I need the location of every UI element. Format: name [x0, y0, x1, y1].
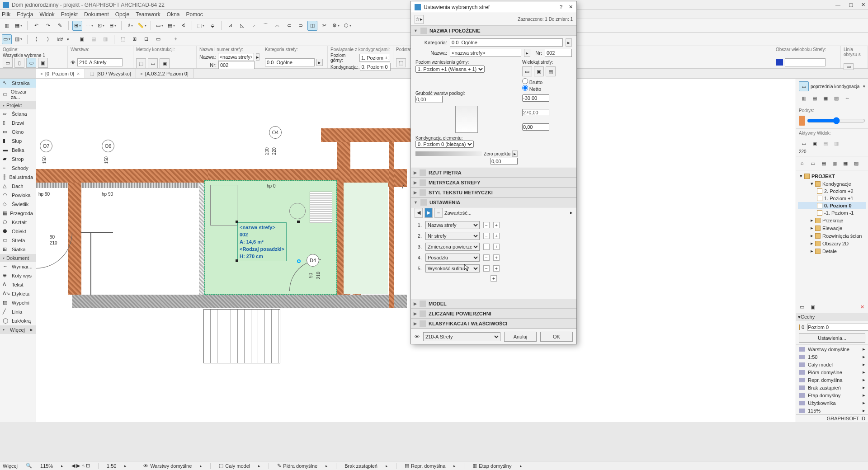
sb-stage[interactable]: ▥ Etap domyślny [472, 463, 511, 469]
cancel-button[interactable]: Anuluj [504, 332, 537, 342]
plus-icon[interactable]: + [493, 265, 500, 272]
tool-persp-icon[interactable]: ⬙ [208, 21, 217, 31]
section-metric[interactable]: ▶METRYCZKA STREFY [411, 178, 576, 188]
rp-t4-icon[interactable]: ▧ [831, 93, 841, 103]
dlg-cat-more-icon[interactable]: ▸ [566, 38, 572, 47]
tool-pick-icon[interactable]: ✎ [55, 21, 65, 31]
tree-rozwiniecia[interactable]: ▸Rozwinięcia ścian [798, 232, 866, 240]
props-row-input[interactable] [807, 324, 868, 331]
tb2-f4-icon[interactable]: ▭ [153, 34, 163, 44]
ib-btn4-icon[interactable]: ▣ [38, 58, 48, 68]
sel-handle[interactable] [236, 221, 238, 223]
footer-layer-select[interactable]: 210-A Strefy [423, 332, 500, 341]
dialog-titlebar[interactable]: Ustawienia wybranych stref ? ✕ [411, 1, 576, 13]
tool-roof[interactable]: △Dach [0, 182, 36, 191]
content-next-icon[interactable]: ▶ [425, 208, 433, 218]
rp-view1-icon[interactable]: ▭ [799, 81, 809, 91]
rp-prev-storey[interactable]: poprzednia kondygnacja [811, 84, 861, 89]
close-icon[interactable]: ✕ [861, 2, 865, 8]
poly-mode1-icon[interactable]: ▭ [522, 66, 532, 76]
setting-5-select[interactable]: Wysokość sufitu [425, 264, 480, 273]
poly-mode2-icon[interactable]: ▣ [534, 66, 544, 76]
toolbox-more[interactable]: Więcej▸ [0, 325, 36, 334]
tool-slab[interactable]: ▰Strop [0, 155, 36, 164]
tb2-g-icon[interactable]: ✦ [171, 34, 181, 44]
nav6-icon[interactable]: ▧ [851, 158, 861, 168]
section-name-position[interactable]: ▼ NAZWA I POŁOŻENIE [411, 26, 576, 36]
tool-wall[interactable]: ▱Ściana [0, 109, 36, 118]
tool-view-icon[interactable]: ▭ [155, 21, 165, 31]
menu-edycja[interactable]: Edycja [17, 11, 33, 18]
cat-input[interactable] [265, 58, 315, 66]
tree-elewacje[interactable]: ▸Elewacje [798, 224, 866, 232]
tool-arc[interactable]: ◯Łuk/okrą [0, 316, 36, 325]
section-floor[interactable]: ▶RZUT PIĘTRA [411, 168, 576, 178]
av1-icon[interactable]: ▭ [799, 138, 809, 148]
av2-icon[interactable]: ▣ [810, 138, 820, 148]
tool-snap4-icon[interactable]: ⊟ [108, 21, 118, 31]
av4-icon[interactable]: ▥ [831, 138, 841, 148]
section-area[interactable]: ▶ZLICZANIE POWIERZCHNI [411, 309, 576, 319]
rp-t5-icon[interactable]: ↔ [842, 93, 852, 103]
tool-layer-icon[interactable]: ▤ [166, 21, 176, 31]
tree-kondygnacje[interactable]: ▾Kondygnacje [798, 180, 866, 188]
menu-projekt[interactable]: Projekt [61, 11, 78, 18]
radio-netto[interactable]: Netto [522, 85, 572, 92]
cat-more-icon[interactable]: ▸ [316, 59, 323, 66]
content-prev-icon[interactable]: ◀ [415, 208, 423, 218]
minus-icon[interactable]: − [483, 244, 490, 250]
nav2-icon[interactable]: ▭ [808, 158, 818, 168]
tb2-2-icon[interactable]: ▥ [14, 34, 24, 44]
tool-morph[interactable]: ⬠Kształt [0, 218, 36, 227]
minus-icon[interactable]: − [483, 265, 490, 272]
props-settings-button[interactable]: Ustawienia... [799, 334, 865, 343]
tool-arrow[interactable]: ↖Strzałka [0, 79, 36, 88]
nav3-icon[interactable]: ▤ [819, 158, 829, 168]
plus-icon[interactable]: + [493, 233, 500, 239]
nav5-icon[interactable]: ▦ [840, 158, 850, 168]
tool-snap2-icon[interactable]: ⋯ [84, 21, 94, 31]
chevron-down-icon[interactable]: ▾ [863, 84, 865, 89]
ib-btn1-icon[interactable]: ▭ [3, 58, 13, 68]
tb2-f2-icon[interactable]: ⊞ [130, 34, 140, 44]
sb-layers[interactable]: 👁 Warstwy domyślne [143, 463, 192, 469]
tab-close-icon[interactable]: × [77, 71, 80, 76]
minimize-icon[interactable]: — [835, 2, 840, 8]
tool-door[interactable]: ▯Drzwi [0, 118, 36, 127]
layer-input[interactable] [77, 58, 123, 66]
tb2-1-icon[interactable]: ▭ [2, 34, 12, 44]
nav-b1-icon[interactable]: ▭ [797, 302, 807, 312]
tree-poziom0[interactable]: 0. Poziom 0 [798, 202, 866, 209]
minus-icon[interactable]: − [483, 222, 490, 228]
dlg-h3-input[interactable] [522, 123, 549, 131]
link-storey-input[interactable] [360, 63, 391, 71]
tool-new-icon[interactable]: ▥ [2, 21, 12, 31]
rp-t2-icon[interactable]: ▤ [810, 93, 820, 103]
tool-redo-icon[interactable]: ↷ [43, 21, 53, 31]
tool-curtain[interactable]: ▦Przegroda [0, 209, 36, 218]
maximize-icon[interactable]: ▢ [849, 2, 853, 8]
tool-m4-icon[interactable]: ⌒ [260, 21, 270, 31]
minus-icon[interactable]: − [483, 254, 490, 261]
method1-icon[interactable]: ⬚ [136, 58, 146, 68]
tab-poziom0[interactable]: ▫ [0. Poziom 0] × [36, 69, 85, 78]
tree-obszary2d[interactable]: ▸Obszary 2D [798, 240, 866, 247]
tree-przekroje[interactable]: ▸Przekroje [798, 216, 866, 224]
tool-m7-icon[interactable]: ⊃ [296, 21, 306, 31]
tool-m1-icon[interactable]: ⊿ [225, 21, 235, 31]
sb-override[interactable]: Brak zastąpień [344, 463, 377, 469]
menu-okna[interactable]: Okna [167, 11, 180, 18]
dlg-thick-input[interactable] [415, 96, 443, 103]
tree-root[interactable]: ▾PROJEKT [798, 172, 866, 180]
zone-name-more-icon[interactable]: ▸ [256, 53, 259, 61]
dlg-nr-input[interactable] [545, 49, 572, 57]
dlg-name-input[interactable] [450, 49, 521, 57]
tool-mesh[interactable]: ⊞Siatka [0, 245, 36, 254]
tool-label[interactable]: A↘Etykieta [0, 289, 36, 298]
zone-nr-input[interactable] [218, 61, 255, 69]
menu-pomoc[interactable]: Pomoc [186, 11, 203, 18]
tool-stair[interactable]: ≡Schody [0, 164, 36, 173]
tool-m11-icon[interactable]: ⬡ [343, 21, 353, 31]
tool-railing[interactable]: ╫Balustrada [0, 173, 36, 182]
qo-zoom[interactable]: 115%▸ [796, 407, 868, 414]
